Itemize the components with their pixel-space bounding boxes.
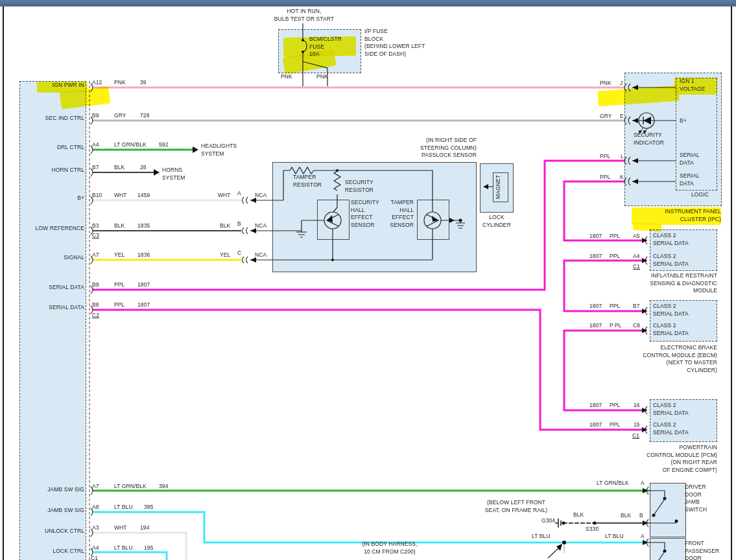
security-hall: SECURITY HALL EFFECT SENSOR (351, 199, 379, 229)
horns-arrow (154, 169, 160, 176)
blk-b: BLK (621, 512, 631, 520)
magnet-arrow (483, 184, 488, 189)
ipc-pin-e: E (620, 113, 624, 121)
headlights-system: HEADLIGHTS SYSTEM (201, 143, 237, 158)
b9sd-pin: B9 (92, 281, 99, 289)
in-body-arrow-line (548, 548, 558, 558)
r-b7-clr: PPL (610, 303, 620, 310)
r-a5-pin: A5 (633, 233, 640, 240)
c3-conn: C3 (92, 232, 99, 240)
nca-blk: BLK (220, 222, 230, 230)
ebcm-caption: ELECTRONIC BRAKE CONTROL MODULE (EBCM) (… (623, 344, 717, 374)
ltblu-a-pin: A (641, 533, 645, 541)
r-a5-ckt: 1807 (589, 233, 602, 240)
nca-wht: WHT (218, 192, 231, 200)
b9sd-clr: PPL (114, 281, 125, 289)
bcm-serial-data-1: SERIAL DATA (19, 284, 84, 292)
b8sd-pin: B8 (92, 301, 99, 309)
c2-conn: C2 (92, 312, 99, 320)
driver-switch-internals (648, 491, 676, 523)
nca-blk-tag: NCA (255, 222, 267, 230)
b3-pin: B3 (92, 222, 99, 230)
b10-ckt: 1459 (137, 192, 150, 200)
ipc-serial-data-2: SERIAL DATA (680, 172, 700, 187)
door-connector-arcs (647, 487, 648, 546)
wire-wht-194 (93, 533, 186, 560)
passenger-door-caption: FRONT PASSENGER DOOR JAMB (685, 540, 719, 560)
sd-b7: SERIAL DATA (653, 310, 689, 318)
ipc-logic: LOGIC (691, 191, 709, 199)
b9-clr: GRY (114, 112, 126, 120)
wiring-diagram-page: HOT IN RUN, BULB TEST OR STARTBCM/CLSTR … (0, 0, 736, 560)
r-15-ckt: 1807 (589, 421, 602, 429)
led-diode (643, 117, 651, 124)
wire-ltblu-195 (93, 552, 167, 560)
b9-pin: B9 (92, 112, 99, 120)
c1-pcm: C1 (632, 432, 639, 440)
pnk-under-fuse-2: PNK (316, 73, 328, 81)
b7-ckt: 28 (140, 164, 147, 172)
blk-b-pin: B (639, 512, 643, 520)
nca-yel-tag: NCA (255, 251, 267, 259)
security-resistor-symbol (333, 170, 340, 212)
nca-connector-arcs (243, 197, 248, 263)
r-a5-clr: PPL (610, 233, 620, 240)
nca-yel: YEL (220, 251, 230, 259)
ipc-ppl-k: PPL (600, 174, 610, 181)
nca-wht-tag: NCA (255, 192, 267, 200)
security-resistor: SECURITY RESISTOR (345, 179, 374, 194)
security-indicator: SECURITY INDICATOR (634, 132, 664, 146)
class2-a4: CLASS 2 (653, 253, 676, 261)
passlock-bottom-rail (272, 229, 433, 260)
nca-wht-pin: A (237, 190, 241, 198)
a8j-clr: LT BLU (114, 504, 133, 511)
nca-blk-pin: B (237, 220, 241, 228)
b10-clr: WHT (114, 192, 127, 200)
ltblu-right: LT BLU (605, 533, 624, 541)
driver-door-caption: DRIVER DOOR JAMB SWITCH (685, 484, 707, 513)
passlock-location: (IN RIGHT SIDE OF STEERING COLUMN) PASSL… (383, 137, 477, 159)
pcm-caption: POWERTRAIN CONTROL MODULE (PCM) (ON RIGH… (623, 444, 717, 474)
r-c8-ckt: 1807 (589, 322, 602, 330)
g304-symbol (555, 519, 561, 528)
ip-fuse-block: I/P FUSE BLOCK (BEHIND LOWER LEFT SIDE O… (364, 28, 425, 58)
a8j-ckt: 395 (144, 504, 153, 511)
r-16-pin: 16 (634, 402, 640, 410)
r-a4-ckt: 1807 (589, 253, 602, 261)
passenger-switch-internals (648, 542, 665, 560)
ipc-b-plus: B+ (680, 117, 687, 125)
ipc-pnk: PNK (600, 80, 611, 88)
r-16-ckt: 1807 (589, 402, 602, 410)
c1-sdm: C1 (633, 263, 640, 271)
in-body-note: (IN BODY HARNESS, 10 CM FROM C200) (353, 541, 426, 555)
sd-a5: SERIAL DATA (653, 240, 689, 248)
a4l-clr: LT BLU (114, 544, 133, 552)
bcm-sec-ind-ctrl: SEC IND CTRL (19, 115, 84, 122)
bcm-jamb-sw-sig-1: JAMB SW SIG (19, 486, 84, 494)
class2-16: CLASS 2 (653, 402, 676, 410)
bcm-unlock-ctrl: UNLOCK CTRL (19, 528, 84, 535)
r-15-clr: PPL (610, 421, 620, 429)
a7-pin: A7 (92, 251, 99, 259)
a3-ckt: 194 (140, 524, 149, 532)
ipc-ppl-l: PPL (600, 153, 610, 161)
headlights-arrow (193, 146, 198, 153)
magnet: MAGNET (495, 175, 503, 199)
r-16-clr: PPL (610, 402, 620, 410)
r-a4-pin: A4 (633, 253, 640, 261)
ipc-serial-data-1: SERIAL DATA (680, 152, 700, 167)
c1-left: C1 (91, 555, 98, 560)
b8sd-clr: PPL (114, 301, 125, 309)
nca-yel-pin: C (237, 250, 241, 257)
ltblu-left: LT BLU (532, 533, 551, 541)
bcm-serial-data-2: SERIAL DATA (19, 304, 84, 312)
bcm-horn-ctrl: HORN CTRL (19, 167, 84, 174)
bcm-lock-ctrl: LOCK CTRL (19, 548, 84, 555)
sd-c8: SERIAL DATA (653, 330, 689, 338)
a4l-pin: A4 (92, 544, 99, 552)
sdm-caption: INFLATABLE RESTRAINT SENSING & DIAGNOSTI… (623, 272, 717, 295)
bcm-jamb-sw-sig-2: JAMB SW SIG (19, 507, 84, 515)
a8j-pin: A8 (92, 504, 99, 511)
b10-pin: B10 (92, 192, 102, 200)
ltgrnblk-a-pin: A (641, 480, 645, 487)
